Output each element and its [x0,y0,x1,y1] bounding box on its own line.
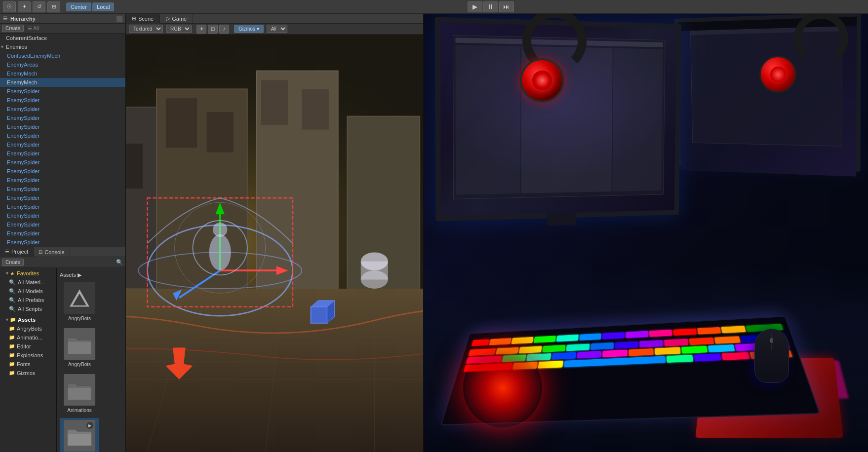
hierarchy-item-spider11[interactable]: EnemySpider [0,176,125,185]
tree-item-animations[interactable]: 📁 Animatio... [0,333,56,342]
headphone-left-cup [520,58,564,103]
color-mode-select[interactable]: RGB [166,25,192,33]
center-toggle[interactable]: Center [66,2,91,11]
svg-rect-2 [126,107,157,289]
hierarchy-item-spider4[interactable]: EnemySpider [0,113,125,122]
hierarchy-item-spider15[interactable]: EnemySpider [0,211,125,220]
tree-item-explosions[interactable]: 📁 Explosions [0,351,56,360]
hierarchy-item-spider1[interactable]: EnemySpider [0,87,125,96]
project-search-icon[interactable]: 🔍 [116,259,123,266]
hierarchy-item-spider8[interactable]: EnemySpider [0,149,125,158]
scale-tool-btn[interactable]: ⊞ [47,1,60,12]
hierarchy-item-spider6[interactable]: EnemySpider [0,131,125,140]
tree-item-gizmos[interactable]: 📁 Gizmos [0,369,56,377]
local-toggle[interactable]: Local [92,2,114,11]
hierarchy-item-spider17[interactable]: EnemySpider [0,229,125,238]
rotate-tool-btn[interactable]: ↺ [33,1,45,12]
step-button[interactable]: ⏭ [499,1,514,12]
hierarchy-item-spider12[interactable]: EnemySpider [0,185,125,193]
render-mode-select[interactable]: Textured [129,25,163,33]
breadcrumb: Assets ▶ [60,271,122,280]
hierarchy-item-enemyareas[interactable]: EnemyAreas [0,60,125,69]
top-toolbar: ☉ ✦ ↺ ⊞ Center Local ▶ ⏸ ⏭ [0,0,868,14]
project-tab[interactable]: ☰ Project [0,247,34,257]
hierarchy-item-enemymech1[interactable]: EnemyMech [0,69,125,78]
hierarchy-item-spider2[interactable]: EnemySpider [0,96,125,105]
folder-icon: 📁 [9,325,15,333]
favorites-all-materials[interactable]: 🔍 All Materi... [0,278,56,287]
search-icon: 🔍 [9,287,16,295]
asset-grid-area: Assets ▶ AngryBots [57,268,125,452]
hierarchy-item-spider10[interactable]: EnemySpider [0,167,125,176]
sky-btn[interactable]: ⊡ [208,25,218,34]
asset-item-animations[interactable]: Animations [60,372,99,415]
search-icon: 🔍 [9,296,16,304]
favorites-section: ▼ ★ Favorites 🔍 All Materi... 🔍 All Mode… [0,268,56,314]
svg-rect-4 [126,144,143,189]
hierarchy-search-all: ☰ All [28,26,39,31]
hierarchy-item-spider9[interactable]: EnemySpider [0,158,125,167]
favorites-header[interactable]: ▼ ★ Favorites [0,269,56,278]
hierarchy-item-spider3[interactable]: EnemySpider [0,105,125,113]
pause-button[interactable]: ⏸ [483,1,498,12]
folder-icon: 📁 [9,351,15,359]
hierarchy-item-confusedenemy[interactable]: ConfusedEnemyMech [0,51,125,60]
project-create-btn[interactable]: Create [2,259,24,266]
gizmos-btn[interactable]: Gizmos ▾ [234,25,264,33]
tree-item-angrybots[interactable]: 📁 AngryBots [0,324,56,333]
breadcrumb-label: Assets ▶ [60,272,81,278]
svg-rect-40 [311,307,327,323]
game-tab-icon: ▷ [166,15,170,22]
asset-item-angrybots-folder[interactable]: AngryBots [60,326,99,369]
scene-view[interactable] [126,35,423,452]
eye-tool-btn[interactable]: ☉ [3,1,16,12]
project-tab-icon: ☰ [5,249,9,254]
folder-icon: 📁 [9,334,15,341]
asset-icon-unity [64,282,95,314]
hierarchy-create-btn[interactable]: Create [2,25,24,32]
search-icon: 🔍 [9,305,16,313]
hierarchy-item-spider5[interactable]: EnemySpider [0,122,125,131]
hierarchy-panel: ☰ Hierarchy — Create ☰ All CoherentSurfa… [0,14,125,247]
headphone-right-inner [770,67,786,82]
sun-btn[interactable]: ☀ [197,25,206,34]
assets-root[interactable]: ▼ 📁 Assets [0,315,56,324]
hierarchy-list[interactable]: CoherentSurface ▼ Enemies ConfusedEnemyM… [0,34,125,247]
play-button[interactable]: ▶ [468,1,482,12]
project-tree-area: ▼ ★ Favorites 🔍 All Materi... 🔍 All Mode… [0,268,125,452]
hierarchy-item-spider13[interactable]: EnemySpider [0,193,125,202]
svg-rect-6 [165,98,197,148]
hierarchy-item-spider16[interactable]: EnemySpider [0,220,125,229]
favorites-label: Favorites [17,269,39,277]
console-tab[interactable]: ⊡ Console [34,247,70,257]
move-tool-btn[interactable]: ✦ [18,1,31,12]
center-panel: ⊞ Scene ▷ Game Textured RGB ☀ ⊡ ♪ Gizmos… [126,14,424,452]
asset-label: AngryBots [68,316,91,321]
hierarchy-item-spider14[interactable]: EnemySpider [0,202,125,211]
monitor-stand [547,213,576,226]
hierarchy-item-enemymech2[interactable]: EnemyMech [0,78,125,87]
hierarchy-title: Hierarchy [10,16,36,22]
hierarchy-minimize[interactable]: — [117,16,122,22]
game-tab[interactable]: ▷ Game [160,14,193,24]
asset-item-angrybots-logo[interactable]: AngryBots [60,280,99,323]
favorites-all-prefabs[interactable]: 🔍 All Prefabs [0,296,56,304]
tree-item-editor[interactable]: 📁 Editor [0,342,56,351]
arrow-icon: ▼ [5,269,9,277]
favorites-all-scripts[interactable]: 🔍 All Scripts [0,304,56,313]
scene-search-select[interactable]: All [267,25,287,33]
hierarchy-item-coherentsurface[interactable]: CoherentSurface [0,34,125,42]
favorites-all-models[interactable]: 🔍 All Models [0,287,56,296]
audio-btn[interactable]: ♪ [219,25,229,34]
scene-tabs: ⊞ Scene ▷ Game [126,14,423,24]
tree-item-fonts[interactable]: 📁 Fonts [0,360,56,369]
hierarchy-item-spider18[interactable]: EnemySpider [0,238,125,247]
search-icon: 🔍 [9,278,16,286]
right-gaming-photo [424,14,868,452]
scene-tab[interactable]: ⊞ Scene [126,14,160,24]
hierarchy-item-spider7[interactable]: EnemySpider [0,140,125,149]
folder-icon: 📁 [9,369,15,377]
scene-tab-label: Scene [138,16,154,22]
asset-item-cube-texture[interactable]: ▶ cube-textu... [60,418,99,452]
hierarchy-item-enemies[interactable]: ▼ Enemies [0,42,125,51]
